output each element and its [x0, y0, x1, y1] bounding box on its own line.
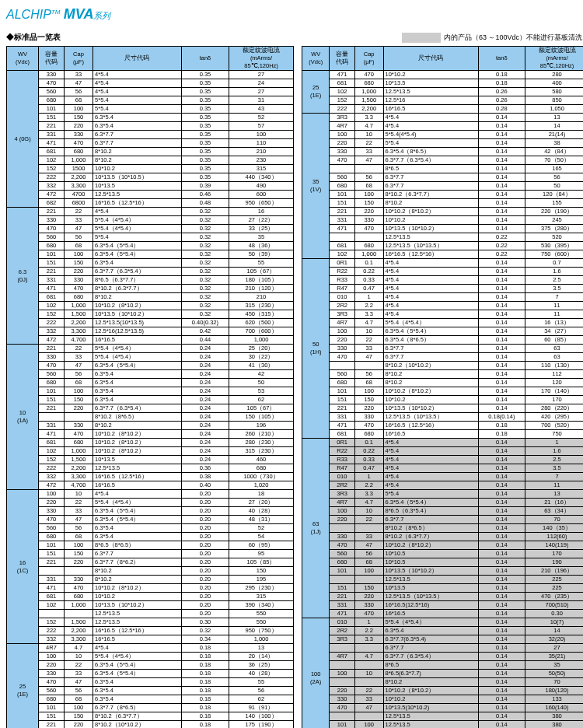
data-cell: 36（25）	[229, 661, 294, 670]
table-row: 330335*5.4（4*5.4）0.2430（22）	[7, 353, 294, 362]
data-cell: 10*10.2（8*10.2）	[383, 208, 478, 216]
data-cell: 110（130）	[525, 362, 583, 370]
table-row: 330336.3*5.4（8*6.5）0.1442（84）	[302, 148, 584, 156]
data-cell: 0.32	[181, 627, 229, 635]
data-cell: 10	[354, 131, 383, 139]
data-cell: 100	[64, 541, 93, 550]
data-cell: 12.5*13.5	[93, 464, 182, 473]
data-cell: 55	[229, 259, 294, 268]
data-cell: 1,000	[229, 635, 294, 644]
table-row: R220.224*5.40.141.6	[302, 268, 584, 276]
data-cell: 330	[39, 353, 65, 362]
table-row: 4R74.76.3*5.4（5*5.4）0.1421（16）	[302, 499, 584, 507]
data-cell: 3,300	[64, 182, 93, 191]
data-cell: 14	[525, 122, 583, 131]
data-cell: 6.3*5.4（5*5.4）	[93, 242, 182, 250]
data-cell: 47	[64, 225, 93, 233]
wv-cell: 50(1H)	[302, 259, 330, 439]
data-cell: 210	[229, 293, 294, 302]
data-cell: 0.14	[478, 558, 525, 567]
data-cell: 33	[354, 533, 383, 541]
table-row: 330336.3*5.4（5*5.4）0.1840（28）	[7, 670, 294, 678]
data-cell: 63	[525, 345, 583, 353]
data-cell: 3,300	[64, 635, 93, 644]
data-cell: 0.47	[354, 285, 383, 293]
data-cell: 010	[330, 473, 354, 481]
data-cell: 4,700	[64, 481, 93, 490]
table-row: 1511508*10.2（6.3*7.7）0.18140（100）	[7, 712, 294, 721]
data-cell: 12.5*13.5（10*13.5）	[383, 593, 478, 601]
data-cell: 560	[39, 524, 65, 533]
data-cell: 6.3*5.4（5*5.4）	[93, 670, 182, 678]
data-cell: 4*5.4	[383, 122, 478, 131]
data-cell: 2,200	[64, 173, 93, 182]
data-cell: 10*10.2	[383, 396, 478, 404]
data-cell: 16*16.5	[383, 430, 478, 439]
data-cell: 40（28）	[229, 670, 294, 678]
data-cell: 68	[354, 182, 383, 191]
data-cell: 10*10.2（8*10.2）	[93, 584, 182, 593]
data-cell: 4R7	[330, 319, 354, 327]
data-cell: 550	[229, 618, 294, 627]
data-cell: 105（67）	[229, 404, 294, 413]
data-cell: 0.14	[478, 550, 525, 558]
data-cell: 0.14	[478, 661, 525, 670]
data-cell: 0.14	[478, 122, 525, 131]
table-row: 4714706.3*7.70.35110	[7, 139, 294, 148]
wv-cell: 25(1E)	[7, 644, 39, 729]
data-cell: 27	[525, 644, 583, 653]
data-cell: 60（85）	[525, 336, 583, 345]
table-row: 680688*10.20.14120	[302, 379, 584, 387]
data-cell	[330, 362, 354, 370]
data-cell: 220	[330, 336, 354, 345]
data-cell: 10	[64, 653, 93, 661]
table-row: 6816808*10.20.35210	[7, 148, 294, 156]
data-cell: 471	[330, 225, 354, 233]
data-cell: 3.5	[525, 285, 583, 293]
data-cell: 0.14	[478, 439, 525, 447]
data-cell: 6.3*5.4（5*5.4）	[93, 661, 182, 670]
data-cell: 0.14	[478, 507, 525, 516]
data-cell: 470	[64, 139, 93, 148]
data-cell: 700（600）	[229, 327, 294, 336]
data-cell: 10*13.5（10*10.5）	[93, 173, 182, 182]
data-cell: 4*5.4	[383, 276, 478, 285]
table-row: 6.3*7.70.1427	[302, 644, 584, 653]
data-cell: 0.14	[478, 721, 525, 729]
data-cell: 35	[229, 233, 294, 242]
data-cell: 680	[330, 182, 354, 191]
data-cell: 0.14	[478, 447, 525, 456]
data-cell: 10*10.2	[383, 216, 478, 225]
data-cell: 0.14	[478, 148, 525, 156]
data-cell: 2R2	[330, 627, 354, 635]
table-row: 2222,20016*16.5（12.5*16）0.32950（750）	[7, 627, 294, 635]
data-cell: R22	[330, 268, 354, 276]
data-cell: 12.5*16	[383, 96, 478, 105]
data-cell: 4*5.4	[93, 88, 182, 96]
data-cell: 34（27）	[525, 327, 583, 336]
table-row: 560566.3*5.40.2052	[7, 524, 294, 533]
data-cell: 170	[525, 550, 583, 558]
data-cell: 10*13.5	[383, 584, 478, 593]
data-cell: 10*10.2（8*10.2）	[93, 439, 182, 447]
data-cell: 10*10.2（8*10.2）	[383, 541, 478, 550]
data-cell: 33	[64, 353, 93, 362]
table-row: 100105*5.4（4*5.4）0.1820（14）	[7, 653, 294, 661]
data-cell: 0.20	[181, 601, 229, 610]
data-cell: 332	[39, 473, 65, 481]
table-row: 25(1E)47147010*10.20.18280	[302, 71, 584, 79]
data-cell: 295（230）	[229, 584, 294, 593]
table-row: 3303310*10.20.14133	[302, 695, 584, 704]
data-cell: 33	[64, 670, 93, 678]
data-cell	[354, 576, 383, 584]
gray-swatch	[402, 33, 441, 43]
data-cell: 0.14	[478, 362, 525, 370]
data-cell: 2.2	[354, 302, 383, 310]
data-cell: 62	[229, 396, 294, 404]
data-cell: 120	[525, 379, 583, 387]
data-cell: 16*16.5	[93, 481, 182, 490]
data-cell: 8*10.2（6.3*7.7）	[383, 533, 478, 541]
data-cell: 12.5*13.5	[93, 191, 182, 199]
data-cell: 5*5.4	[383, 490, 478, 499]
data-cell: 470	[354, 610, 383, 618]
